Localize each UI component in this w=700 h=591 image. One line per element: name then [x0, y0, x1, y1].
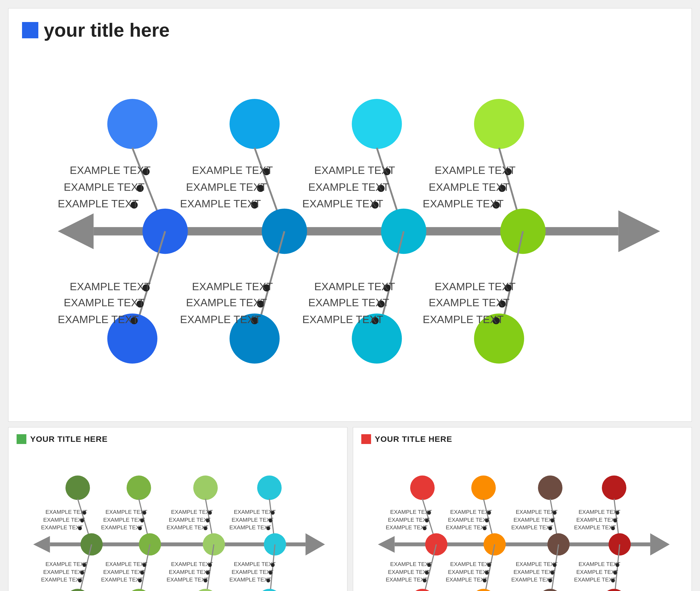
svg-text:EXAMPLE TEXT: EXAMPLE TEXT [167, 524, 208, 530]
svg-text:EXAMPLE TEXT: EXAMPLE TEXT [302, 198, 383, 209]
svg-text:EXAMPLE TEXT: EXAMPLE TEXT [41, 577, 83, 583]
title-square-red [361, 434, 371, 444]
fishbone-svg: EXAMPLE TEXT EXAMPLE TEXT EXAMPLE TEXT E… [22, 52, 678, 410]
svg-point-91 [127, 475, 151, 500]
title-square-green [16, 434, 26, 444]
svg-text:EXAMPLE TEXT: EXAMPLE TEXT [106, 561, 147, 567]
svg-text:EXAMPLE TEXT: EXAMPLE TEXT [101, 524, 143, 530]
slide-header: your title here [22, 19, 678, 41]
fishbone-bottom-left: EXAMPLE TEXT EXAMPLE TEXT EXAMPLE TEXT E… [16, 449, 339, 591]
svg-point-20 [230, 99, 279, 149]
svg-text:EXAMPLE TEXT: EXAMPLE TEXT [578, 561, 620, 567]
fishbone-bottom-right: EXAMPLE TEXT EXAMPLE TEXT EXAMPLE TEXT E… [361, 449, 684, 591]
svg-text:EXAMPLE TEXT: EXAMPLE TEXT [230, 577, 271, 583]
slide-top: your title here EXAMP [8, 8, 692, 422]
svg-text:EXAMPLE TEXT: EXAMPLE TEXT [192, 164, 273, 176]
svg-text:EXAMPLE TEXT: EXAMPLE TEXT [450, 561, 492, 567]
svg-text:EXAMPLE TEXT: EXAMPLE TEXT [576, 517, 618, 523]
bottom-row: YOUR TITLE HERE EXAMP [8, 427, 692, 591]
svg-marker-1 [58, 213, 94, 249]
fishbone-sm-svg-left: EXAMPLE TEXT EXAMPLE TEXT EXAMPLE TEXT E… [16, 449, 339, 591]
svg-point-164 [483, 533, 506, 556]
slide-header-bottom-left: YOUR TITLE HERE [16, 434, 339, 444]
svg-point-112 [193, 589, 218, 591]
fishbone-sm-svg-right: EXAMPLE TEXT EXAMPLE TEXT EXAMPLE TEXT E… [361, 449, 684, 591]
svg-text:EXAMPLE TEXT: EXAMPLE TEXT [446, 577, 488, 583]
svg-text:EXAMPLE TEXT: EXAMPLE TEXT [41, 524, 83, 530]
svg-text:EXAMPLE TEXT: EXAMPLE TEXT [314, 280, 395, 292]
svg-point-37 [352, 99, 402, 149]
svg-point-149 [410, 589, 434, 591]
svg-text:EXAMPLE TEXT: EXAMPLE TEXT [511, 524, 553, 530]
svg-text:EXAMPLE TEXT: EXAMPLE TEXT [390, 561, 432, 567]
main-fishbone: EXAMPLE TEXT EXAMPLE TEXT EXAMPLE TEXT E… [22, 52, 678, 410]
svg-text:EXAMPLE TEXT: EXAMPLE TEXT [574, 524, 616, 530]
svg-text:EXAMPLE TEXT: EXAMPLE TEXT [302, 313, 383, 325]
svg-marker-2 [619, 210, 660, 252]
svg-text:EXAMPLE TEXT: EXAMPLE TEXT [576, 569, 618, 575]
svg-text:EXAMPLE TEXT: EXAMPLE TEXT [101, 577, 143, 583]
svg-text:EXAMPLE TEXT: EXAMPLE TEXT [58, 313, 139, 325]
svg-point-145 [410, 475, 434, 500]
svg-point-54 [474, 99, 524, 149]
svg-marker-72 [33, 536, 50, 553]
svg-text:EXAMPLE TEXT: EXAMPLE TEXT [388, 517, 430, 523]
svg-point-95 [127, 589, 151, 591]
svg-point-93 [139, 533, 161, 556]
svg-text:EXAMPLE TEXT: EXAMPLE TEXT [180, 313, 261, 325]
slide-header-bottom-right: YOUR TITLE HERE [361, 434, 684, 444]
svg-text:EXAMPLE TEXT: EXAMPLE TEXT [511, 577, 553, 583]
svg-point-162 [471, 475, 496, 500]
svg-point-181 [547, 533, 570, 556]
svg-text:EXAMPLE TEXT: EXAMPLE TEXT [169, 569, 211, 575]
svg-text:EXAMPLE TEXT: EXAMPLE TEXT [446, 524, 488, 530]
svg-text:EXAMPLE TEXT: EXAMPLE TEXT [103, 569, 145, 575]
svg-point-129 [257, 589, 281, 591]
svg-marker-143 [378, 536, 394, 553]
svg-text:EXAMPLE TEXT: EXAMPLE TEXT [43, 569, 85, 575]
svg-text:EXAMPLE TEXT: EXAMPLE TEXT [314, 164, 395, 176]
svg-text:EXAMPLE TEXT: EXAMPLE TEXT [513, 517, 555, 523]
svg-text:EXAMPLE TEXT: EXAMPLE TEXT [578, 509, 620, 515]
title-square [22, 22, 38, 38]
svg-text:EXAMPLE TEXT: EXAMPLE TEXT [513, 569, 555, 575]
svg-point-166 [471, 589, 496, 591]
svg-point-125 [257, 475, 281, 500]
svg-text:EXAMPLE TEXT: EXAMPLE TEXT [516, 561, 558, 567]
svg-text:EXAMPLE TEXT: EXAMPLE TEXT [106, 509, 147, 515]
svg-marker-144 [650, 533, 670, 556]
svg-text:EXAMPLE TEXT: EXAMPLE TEXT [70, 164, 150, 176]
svg-text:EXAMPLE TEXT: EXAMPLE TEXT [167, 577, 208, 583]
svg-text:EXAMPLE TEXT: EXAMPLE TEXT [58, 198, 139, 209]
svg-text:EXAMPLE TEXT: EXAMPLE TEXT [429, 297, 510, 309]
svg-text:EXAMPLE TEXT: EXAMPLE TEXT [423, 313, 504, 325]
svg-text:EXAMPLE TEXT: EXAMPLE TEXT [450, 509, 492, 515]
svg-text:EXAMPLE TEXT: EXAMPLE TEXT [388, 569, 430, 575]
svg-text:EXAMPLE TEXT: EXAMPLE TEXT [43, 517, 85, 523]
svg-marker-73 [306, 533, 325, 556]
svg-text:EXAMPLE TEXT: EXAMPLE TEXT [308, 297, 389, 309]
svg-text:EXAMPLE TEXT: EXAMPLE TEXT [45, 561, 87, 567]
svg-text:EXAMPLE TEXT: EXAMPLE TEXT [169, 517, 211, 523]
bottom-left-title: YOUR TITLE HERE [30, 435, 108, 444]
svg-text:EXAMPLE TEXT: EXAMPLE TEXT [180, 198, 261, 209]
svg-point-108 [193, 475, 218, 500]
svg-text:EXAMPLE TEXT: EXAMPLE TEXT [429, 181, 510, 193]
svg-text:EXAMPLE TEXT: EXAMPLE TEXT [423, 198, 504, 209]
svg-text:EXAMPLE TEXT: EXAMPLE TEXT [516, 509, 558, 515]
svg-point-200 [602, 589, 626, 591]
svg-text:EXAMPLE TEXT: EXAMPLE TEXT [171, 509, 213, 515]
svg-point-78 [66, 589, 90, 591]
svg-text:EXAMPLE TEXT: EXAMPLE TEXT [390, 509, 432, 515]
svg-point-196 [602, 475, 626, 500]
svg-text:EXAMPLE TEXT: EXAMPLE TEXT [103, 517, 145, 523]
svg-point-179 [538, 475, 562, 500]
svg-text:EXAMPLE TEXT: EXAMPLE TEXT [192, 280, 273, 292]
svg-text:EXAMPLE TEXT: EXAMPLE TEXT [308, 181, 389, 193]
svg-text:EXAMPLE TEXT: EXAMPLE TEXT [448, 569, 490, 575]
bottom-right-title: YOUR TITLE HERE [375, 435, 452, 444]
svg-text:EXAMPLE TEXT: EXAMPLE TEXT [171, 561, 213, 567]
svg-text:EXAMPLE TEXT: EXAMPLE TEXT [45, 509, 87, 515]
svg-text:EXAMPLE TEXT: EXAMPLE TEXT [234, 509, 276, 515]
svg-text:EXAMPLE TEXT: EXAMPLE TEXT [385, 524, 427, 530]
